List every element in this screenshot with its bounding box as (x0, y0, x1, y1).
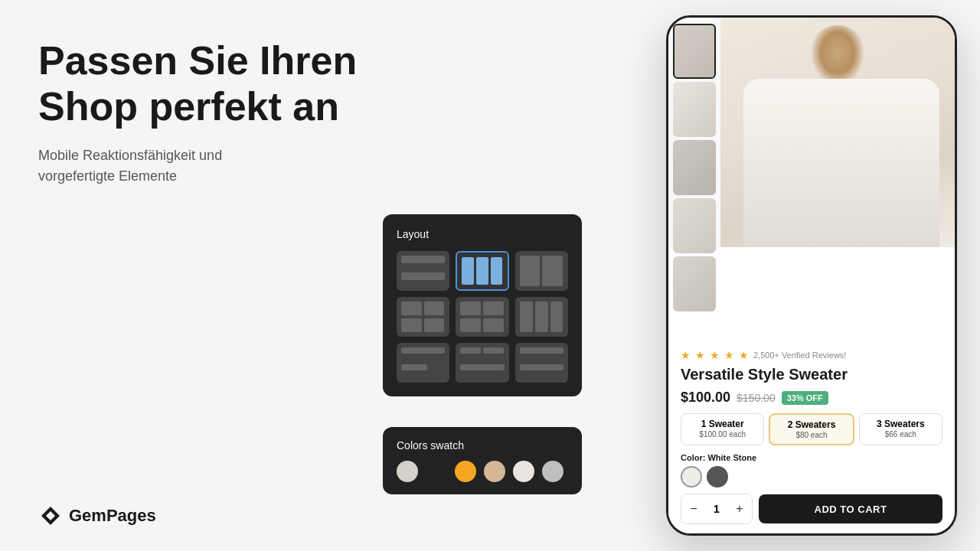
layout-cell-grid2x2-1[interactable] (397, 297, 449, 337)
thumbnail-4[interactable] (673, 198, 716, 253)
star-1: ★ (681, 349, 691, 361)
phone-top-section (668, 18, 955, 247)
quantity-options: 1 Sweater $100.00 each 2 Sweaters $80 ea… (681, 413, 942, 445)
color-swatch-white[interactable] (681, 466, 702, 487)
decrement-button[interactable]: − (681, 494, 706, 523)
product-title: Versatile Style Sweater (681, 366, 942, 383)
layout-cell-3col[interactable] (515, 297, 568, 337)
thumbnail-column (668, 18, 720, 247)
thumbnail-5[interactable] (673, 256, 716, 311)
layout-panel-title: Layout (397, 228, 568, 240)
logo-text: GemPages (69, 506, 156, 526)
qty-option-1[interactable]: 1 Sweater $100.00 each (681, 413, 764, 445)
thumbnail-1[interactable] (673, 24, 716, 79)
swatches-row (397, 461, 568, 482)
star-5: ★ (739, 349, 749, 361)
colors-panel-title: Colors swatch (397, 439, 568, 452)
qty-3-label: 3 Sweaters (863, 419, 939, 429)
reviews-count: 2,500+ Verified Reviews! (753, 350, 846, 360)
layout-cell-r3c2[interactable] (456, 343, 508, 383)
stars-row: ★ ★ ★ ★ ★ 2,500+ Verified Reviews! (681, 349, 942, 361)
swatch-gray[interactable] (542, 461, 564, 482)
headline: Passen Sie Ihren Shop perfekt an (38, 38, 436, 130)
logo-area: GemPages (38, 504, 156, 528)
star-4: ★ (724, 349, 734, 361)
discount-badge: 33% OFF (782, 391, 828, 405)
swatch-light-gray[interactable] (397, 461, 418, 482)
color-swatch-dark[interactable] (707, 466, 728, 487)
stepper-value: 1 (706, 503, 727, 515)
swatch-black[interactable] (426, 461, 447, 482)
qty-3-price: $66 each (885, 430, 916, 439)
qty-option-3[interactable]: 3 Sweaters $66 each (859, 413, 942, 445)
qty-option-2[interactable]: 2 Sweaters $80 each (769, 413, 854, 445)
phone-frame: ★ ★ ★ ★ ★ 2,500+ Verified Reviews! Versa… (666, 15, 957, 536)
add-to-cart-button[interactable]: ADD TO CART (759, 494, 942, 523)
product-info-section: ★ ★ ★ ★ ★ 2,500+ Verified Reviews! Versa… (668, 338, 955, 533)
layout-cell-r3c3[interactable] (515, 343, 568, 383)
qty-2-label: 2 Sweaters (773, 419, 849, 430)
price-original: $150.00 (737, 392, 776, 404)
layout-cell-1col[interactable] (397, 251, 449, 291)
layout-cell-selected[interactable] (456, 251, 508, 291)
left-section: Passen Sie Ihren Shop perfekt an Mobile … (38, 38, 436, 187)
swatch-off-white[interactable] (513, 461, 534, 482)
star-3: ★ (710, 349, 720, 361)
color-swatches (681, 466, 942, 487)
swatch-orange[interactable] (455, 461, 476, 482)
qty-1-price: $100.00 each (699, 430, 746, 439)
layout-cell-2col[interactable] (515, 251, 568, 291)
qty-1-label: 1 Sweater (684, 419, 760, 429)
thumbnail-3[interactable] (673, 140, 716, 195)
layout-grid (397, 251, 568, 383)
color-value: White Stone (707, 453, 756, 462)
quantity-stepper: − 1 + (681, 494, 753, 524)
qty-2-price: $80 each (795, 431, 827, 439)
layout-panel: Layout (383, 214, 582, 396)
thumbnail-2[interactable] (673, 82, 716, 137)
layout-cell-4col[interactable] (456, 297, 508, 337)
layout-cell-r3c1[interactable] (397, 343, 449, 383)
star-2: ★ (695, 349, 705, 361)
phone-content: ★ ★ ★ ★ ★ 2,500+ Verified Reviews! Versa… (668, 18, 955, 533)
gempages-logo-icon (38, 504, 63, 528)
color-row: Color: White Stone (681, 453, 942, 487)
main-product-image (720, 18, 955, 247)
price-current: $100.00 (681, 390, 730, 406)
cart-row: − 1 + ADD TO CART (681, 494, 942, 524)
increment-button[interactable]: + (727, 494, 752, 523)
colors-panel: Colors swatch (383, 427, 582, 494)
swatch-tan[interactable] (484, 461, 505, 482)
color-label: Color: White Stone (681, 453, 942, 462)
price-row: $100.00 $150.00 33% OFF (681, 390, 942, 406)
subtext: Mobile Reaktionsfähigkeit und vorgeferti… (38, 145, 436, 187)
